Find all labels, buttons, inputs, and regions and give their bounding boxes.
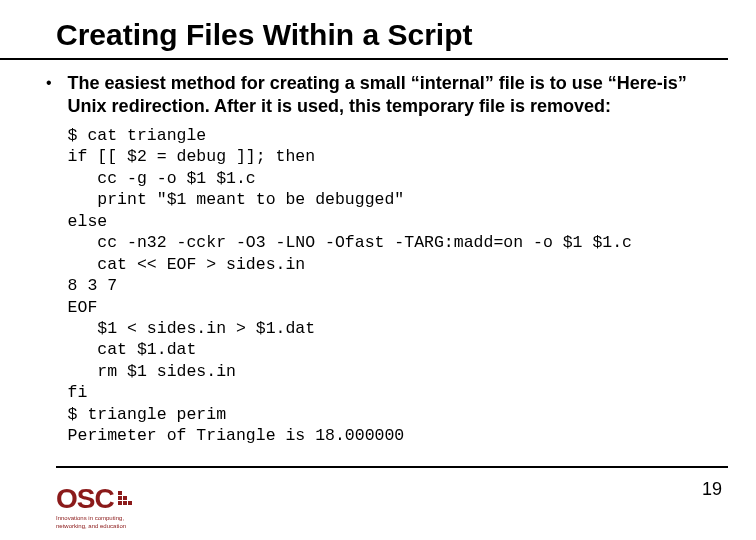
- logo-tagline-1: Innovations in computing,: [56, 515, 124, 522]
- bullet-body: The easiest method for creating a small …: [68, 72, 726, 447]
- page-number: 19: [702, 479, 722, 500]
- logo-main: OSC: [56, 485, 132, 513]
- slide-title: Creating Files Within a Script: [0, 18, 728, 60]
- code-block: $ cat triangle if [[ $2 = debug ]]; then…: [68, 125, 726, 447]
- footer-divider: [56, 466, 728, 468]
- osc-logo: OSC Innovations in computing, networking…: [56, 485, 132, 530]
- bullet-item: • The easiest method for creating a smal…: [68, 72, 726, 447]
- bullet-text: The easiest method for creating a small …: [68, 72, 726, 117]
- logo-squares-icon: [118, 491, 132, 505]
- logo-tagline-2: networking, and education: [56, 523, 126, 530]
- content-area: • The easiest method for creating a smal…: [0, 60, 756, 447]
- slide: Creating Files Within a Script • The eas…: [0, 0, 756, 540]
- logo-text: OSC: [56, 485, 114, 513]
- bullet-dot-icon: •: [46, 72, 52, 94]
